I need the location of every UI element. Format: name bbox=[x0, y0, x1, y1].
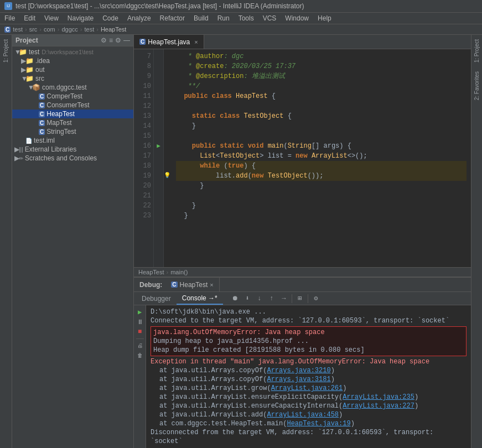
breadcrumb-testpkg[interactable]: test bbox=[84, 26, 94, 33]
debug-scroll-btn[interactable]: 🖨 bbox=[136, 341, 144, 350]
debug-session-tab[interactable]: C HeapTest × bbox=[165, 278, 219, 291]
console-stack-1: at java.util.Arrays.copyOf(Arrays.java:3… bbox=[151, 366, 467, 375]
menu-tools[interactable]: Tools bbox=[234, 13, 258, 24]
link-arrays-3210[interactable]: Arrays.java:3210 bbox=[267, 367, 330, 374]
editor-breadcrumb-class[interactable]: HeapTest bbox=[138, 269, 164, 275]
breadcrumb-dggcc[interactable]: dggcc bbox=[61, 26, 77, 33]
toolbar-resume[interactable]: ⏺ bbox=[230, 293, 241, 304]
tree-stringtest[interactable]: C StringTest bbox=[12, 127, 133, 136]
console-stack-4: at java.util.ArrayList.ensureExplicitCap… bbox=[151, 393, 467, 402]
tree-extlibs-label: External Libraries bbox=[25, 145, 76, 153]
menu-bar: File Edit View Navigate Code Analyze Ref… bbox=[0, 13, 482, 24]
console-line-1: D:\soft\jdk8\bin\java.exe ... bbox=[151, 308, 467, 316]
link-arraylist-235[interactable]: ArrayList.java:235 bbox=[343, 393, 414, 401]
code-editor[interactable]: 7 8 9 10 11 12 13 14 15 16 17 18 19 20 bbox=[134, 49, 471, 267]
bulb-indicator[interactable]: 💡 bbox=[164, 171, 172, 181]
tab-java-icon: C bbox=[139, 39, 146, 45]
breadcrumb-test[interactable]: test bbox=[13, 26, 23, 33]
console-disconnected: Disconnected from the target VM, address… bbox=[151, 428, 467, 446]
menu-navigate[interactable]: Navigate bbox=[63, 13, 98, 24]
tree-src[interactable]: ▼ 📁 src bbox=[12, 74, 133, 83]
code-content[interactable]: * @author: dgc * @create: 2020/03/25 17:… bbox=[172, 49, 471, 267]
toolbar-evaluate[interactable]: ⊞ bbox=[294, 293, 305, 304]
editor-breadcrumb-method[interactable]: main() bbox=[170, 269, 188, 275]
toolbar-settings[interactable]: ⚙ bbox=[310, 293, 322, 304]
tree-iml[interactable]: 📄 test.iml bbox=[12, 136, 133, 145]
debug-stop-btn[interactable]: ■ bbox=[136, 327, 144, 336]
tree-scratches-label: Scratches and Consoles bbox=[25, 154, 97, 162]
debug-pause-btn[interactable]: ⏸ bbox=[136, 317, 144, 326]
menu-refactor[interactable]: Refactor bbox=[156, 13, 189, 24]
tree-maptest-label: MapTest bbox=[46, 119, 71, 127]
tree-root-label: test bbox=[29, 48, 39, 56]
menu-file[interactable]: File bbox=[0, 13, 19, 24]
project-gear-icon[interactable]: ⚙ bbox=[115, 37, 121, 44]
menu-run[interactable]: Run bbox=[213, 13, 234, 24]
breadcrumb-sep4: › bbox=[80, 26, 82, 33]
tree-scratches[interactable]: ▶ ✏ Scratches and Consoles bbox=[12, 154, 133, 163]
debug-clear-btn[interactable]: 🗑 bbox=[136, 351, 144, 360]
toolbar-sep2 bbox=[308, 294, 308, 303]
debug-session-close[interactable]: × bbox=[210, 282, 213, 288]
breadcrumb-icon: C bbox=[4, 27, 11, 33]
code-line-23: } bbox=[176, 211, 467, 221]
menu-edit[interactable]: Edit bbox=[19, 13, 40, 24]
tree-stringtest-label: StringTest bbox=[46, 128, 76, 136]
right-label-favorites[interactable]: 2: Favorites bbox=[473, 67, 481, 105]
menu-code[interactable]: Code bbox=[98, 13, 123, 24]
link-arraylist-458[interactable]: ArrayList.java:458 bbox=[267, 411, 339, 419]
tree-extlibs[interactable]: ▶ ||| External Libraries bbox=[12, 145, 133, 154]
code-line-9: * @description: 堆溢出测试 bbox=[176, 71, 467, 81]
project-layout-icon[interactable]: ≡ bbox=[109, 37, 113, 44]
project-minimize-icon[interactable]: — bbox=[123, 37, 130, 44]
editor-tab-heaptest[interactable]: C HeapTest.java × bbox=[134, 35, 204, 49]
code-line-16: public static void main(String[] args) { bbox=[176, 141, 467, 151]
right-label-project[interactable]: 1: Project bbox=[473, 35, 481, 67]
tree-out[interactable]: ▶ 📁 out bbox=[12, 65, 133, 74]
toolbar-step-into[interactable]: ↓ bbox=[254, 293, 265, 304]
tab-close-icon[interactable]: × bbox=[194, 39, 198, 45]
link-arrays-3181[interactable]: Arrays.java:3181 bbox=[267, 376, 330, 383]
tree-heaptest[interactable]: C HeapTest bbox=[12, 110, 133, 118]
menu-build[interactable]: Build bbox=[189, 13, 213, 24]
code-line-14: } bbox=[176, 121, 467, 131]
toolbar-step-out[interactable]: ↑ bbox=[266, 293, 277, 304]
tab-debugger[interactable]: Debugger bbox=[136, 292, 177, 305]
tree-compertest[interactable]: C ComperTest bbox=[12, 92, 133, 101]
editor-breadcrumb: HeapTest › main() bbox=[134, 267, 471, 277]
project-settings-icon[interactable]: ⚙ bbox=[101, 37, 107, 44]
link-heaptest-19[interactable]: HeapTest.java:19 bbox=[287, 420, 350, 428]
breadcrumb-src[interactable]: src bbox=[29, 26, 38, 33]
debug-resume-btn[interactable]: ▶ bbox=[136, 308, 144, 316]
breadcrumb-sep3: › bbox=[58, 26, 60, 33]
code-line-22: } bbox=[176, 201, 467, 211]
toolbar-step-over[interactable]: ⬇ bbox=[242, 293, 253, 304]
console-output[interactable]: D:\soft\jdk8\bin\java.exe ... Connected … bbox=[146, 305, 471, 448]
menu-analyze[interactable]: Analyze bbox=[123, 13, 156, 24]
editor-tabs: C HeapTest.java × bbox=[134, 35, 471, 49]
tree-maptest[interactable]: C MapTest bbox=[12, 118, 133, 127]
link-arraylist-261[interactable]: ArrayList.java:261 bbox=[271, 384, 343, 392]
console-oom-line: java.lang.OutOfMemoryError: Java heap sp… bbox=[153, 328, 464, 337]
code-line-19: list.add(new TestObject()); bbox=[176, 171, 467, 181]
project-panel-title: Project bbox=[15, 37, 38, 44]
tree-consumertest[interactable]: C ConsumerTest bbox=[12, 101, 133, 110]
console-error-block: java.lang.OutOfMemoryError: Java heap sp… bbox=[151, 326, 467, 356]
project-panel-toggle[interactable]: 1: Project bbox=[2, 37, 10, 65]
tab-console[interactable]: Console →* bbox=[177, 292, 223, 305]
menu-help[interactable]: Help bbox=[313, 13, 336, 24]
link-arraylist-227[interactable]: ArrayList.java:227 bbox=[343, 402, 414, 410]
tree-root[interactable]: ▼ 📁 test D:\workspace1\test bbox=[12, 48, 133, 56]
console-stack-6: at java.util.ArrayList.add(ArrayList.jav… bbox=[151, 410, 467, 419]
toolbar-run-cursor[interactable]: → bbox=[278, 293, 289, 304]
tree-package[interactable]: ▼ 📦 com.dggcc.test bbox=[12, 83, 133, 92]
breadcrumb-com[interactable]: com bbox=[44, 26, 55, 33]
code-line-13: static class TestObject { bbox=[176, 111, 467, 121]
menu-window[interactable]: Window bbox=[281, 13, 313, 24]
menu-vcs[interactable]: VCS bbox=[258, 13, 281, 24]
menu-view[interactable]: View bbox=[40, 13, 63, 24]
tree-idea[interactable]: ▶ 📁 .idea bbox=[12, 56, 133, 65]
breadcrumb-heaptest[interactable]: HeapTest bbox=[101, 26, 126, 33]
console-stack-2: at java.util.Arrays.copyOf(Arrays.java:3… bbox=[151, 375, 467, 384]
run-indicator[interactable]: ▶ bbox=[154, 141, 163, 151]
